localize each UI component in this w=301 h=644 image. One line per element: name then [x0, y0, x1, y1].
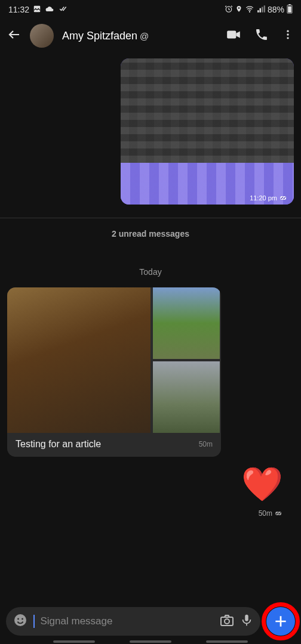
mic-button[interactable]	[240, 613, 253, 630]
outgoing-image-redacted	[121, 58, 294, 163]
svg-point-8	[287, 30, 288, 32]
voice-call-button[interactable]	[254, 27, 269, 44]
incoming-time: 50m	[199, 440, 213, 448]
date-label: Today	[7, 267, 294, 277]
read-receipt-icon	[280, 194, 288, 202]
input-pill[interactable]	[6, 607, 260, 636]
highlight-annotation	[262, 602, 300, 640]
read-receipt-icon	[275, 509, 283, 518]
nav-home[interactable]	[130, 640, 171, 643]
collage-image-1[interactable]	[7, 287, 150, 433]
svg-point-10	[287, 37, 288, 39]
incoming-message[interactable]: Testing for an article 50m	[7, 287, 221, 457]
svg-rect-5	[288, 4, 290, 5]
svg-rect-6	[288, 6, 291, 12]
incoming-caption: Testing for an article	[16, 439, 101, 450]
contact-name[interactable]: Amy Spitzfaden @	[62, 30, 217, 42]
cloud-icon	[45, 5, 54, 15]
double-check-icon	[58, 5, 69, 15]
outgoing-message[interactable]: 11:20 pm	[121, 58, 294, 205]
message-input[interactable]	[41, 615, 214, 627]
emoji-button[interactable]	[13, 613, 27, 630]
nav-recents[interactable]	[53, 640, 95, 643]
chat-header: Amy Spitzfaden @	[0, 19, 301, 52]
outgoing-time: 11:20 pm	[250, 194, 288, 202]
svg-point-3	[249, 11, 250, 12]
nav-back[interactable]	[206, 640, 248, 643]
status-left: 11:32	[8, 5, 69, 15]
heart-emoji[interactable]: ❤️	[241, 467, 283, 501]
svg-point-9	[287, 33, 288, 35]
chat-area[interactable]: 11:20 pm 2 unread messages Today Testing…	[0, 52, 301, 589]
verified-badge: @	[140, 31, 149, 41]
video-call-button[interactable]	[226, 27, 241, 45]
collage-image-3[interactable]	[153, 361, 220, 433]
svg-point-16	[17, 618, 19, 620]
outgoing-reaction[interactable]: ❤️ 50m	[7, 467, 294, 518]
back-button[interactable]	[7, 27, 22, 44]
svg-rect-20	[245, 615, 248, 621]
reaction-time-text: 50m	[259, 509, 272, 518]
location-icon	[235, 5, 242, 15]
collage-image-2[interactable]	[153, 287, 220, 359]
svg-point-2	[238, 7, 240, 9]
signal-icon	[257, 5, 265, 15]
contact-name-text: Amy Spitzfaden	[62, 30, 137, 42]
reaction-time: 50m	[259, 509, 283, 518]
alarm-icon	[225, 5, 233, 15]
status-bar: 11:32 88%	[0, 0, 301, 19]
wifi-icon	[245, 5, 254, 15]
gallery-icon	[33, 5, 41, 15]
text-cursor	[33, 615, 35, 628]
attach-button[interactable]	[266, 607, 295, 636]
outgoing-caption-redacted: 11:20 pm	[121, 163, 294, 205]
battery-percent: 88%	[268, 5, 284, 14]
unread-messages-label: 2 unread messages	[7, 229, 294, 239]
outgoing-time-text: 11:20 pm	[250, 194, 277, 202]
android-nav-bar	[0, 640, 301, 644]
status-time: 11:32	[8, 5, 29, 14]
svg-rect-7	[227, 31, 236, 39]
image-collage[interactable]	[7, 287, 221, 433]
status-right: 88%	[225, 4, 293, 16]
camera-button[interactable]	[220, 613, 234, 630]
svg-point-15	[14, 614, 26, 626]
svg-point-19	[225, 619, 229, 624]
battery-icon	[287, 4, 293, 16]
menu-button[interactable]	[282, 27, 294, 44]
divider	[0, 218, 301, 218]
message-composer	[6, 607, 295, 636]
svg-point-17	[22, 618, 23, 620]
avatar[interactable]	[30, 24, 54, 48]
